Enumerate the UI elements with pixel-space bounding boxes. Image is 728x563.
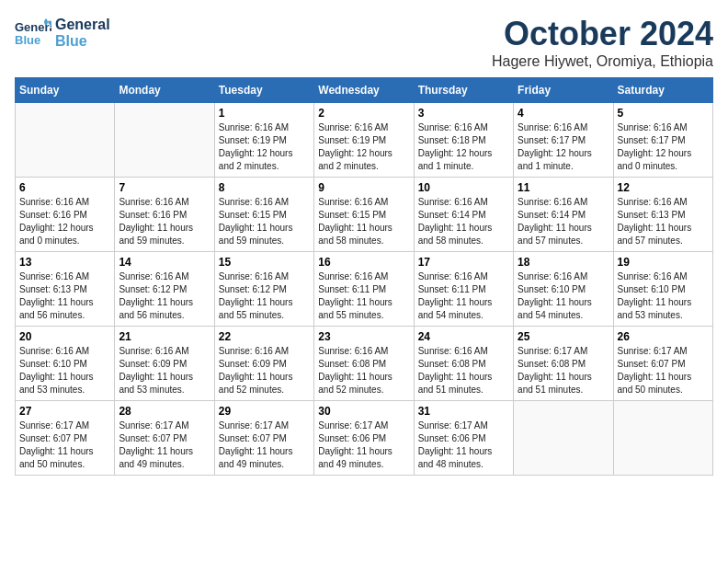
day-number: 7 [119, 181, 210, 194]
day-info: Sunrise: 6:16 AM Sunset: 6:19 PM Dayligh… [318, 121, 409, 173]
logo-icon: General Blue [15, 15, 51, 52]
day-info: Sunrise: 6:16 AM Sunset: 6:14 PM Dayligh… [518, 196, 609, 247]
calendar-cell: 9Sunrise: 6:16 AM Sunset: 6:15 PM Daylig… [314, 178, 414, 252]
calendar-table: SundayMondayTuesdayWednesdayThursdayFrid… [15, 77, 713, 476]
calendar-cell: 22Sunrise: 6:16 AM Sunset: 6:09 PM Dayli… [214, 327, 313, 401]
day-info: Sunrise: 6:16 AM Sunset: 6:13 PM Dayligh… [618, 196, 709, 247]
logo-blue: Blue [55, 33, 110, 50]
calendar-cell: 24Sunrise: 6:16 AM Sunset: 6:08 PM Dayli… [414, 327, 513, 401]
day-number: 10 [418, 181, 509, 194]
day-info: Sunrise: 6:16 AM Sunset: 6:16 PM Dayligh… [19, 196, 110, 247]
day-info: Sunrise: 6:16 AM Sunset: 6:10 PM Dayligh… [19, 345, 110, 396]
day-info: Sunrise: 6:17 AM Sunset: 6:06 PM Dayligh… [318, 419, 409, 471]
calendar-cell: 20Sunrise: 6:16 AM Sunset: 6:10 PM Dayli… [16, 327, 115, 401]
day-number: 20 [19, 330, 110, 343]
day-info: Sunrise: 6:16 AM Sunset: 6:14 PM Dayligh… [418, 196, 509, 247]
day-number: 30 [318, 405, 409, 418]
calendar-week-row: 27Sunrise: 6:17 AM Sunset: 6:07 PM Dayli… [16, 401, 713, 476]
day-info: Sunrise: 6:16 AM Sunset: 6:10 PM Dayligh… [518, 270, 609, 322]
calendar-cell: 5Sunrise: 6:16 AM Sunset: 6:17 PM Daylig… [613, 103, 712, 178]
day-number: 21 [119, 330, 210, 343]
day-number: 18 [518, 256, 609, 269]
calendar-cell: 30Sunrise: 6:17 AM Sunset: 6:06 PM Dayli… [314, 401, 414, 476]
calendar-cell: 15Sunrise: 6:16 AM Sunset: 6:12 PM Dayli… [214, 252, 313, 327]
day-number: 15 [219, 256, 310, 269]
day-info: Sunrise: 6:16 AM Sunset: 6:18 PM Dayligh… [418, 121, 509, 173]
location-subtitle: Hagere Hiywet, Oromiya, Ethiopia [492, 53, 713, 70]
day-info: Sunrise: 6:16 AM Sunset: 6:11 PM Dayligh… [318, 270, 409, 322]
day-number: 8 [219, 181, 310, 194]
day-info: Sunrise: 6:16 AM Sunset: 6:09 PM Dayligh… [119, 345, 210, 396]
day-info: Sunrise: 6:16 AM Sunset: 6:15 PM Dayligh… [318, 196, 409, 247]
weekday-header-saturday: Saturday [613, 78, 712, 103]
day-number: 12 [618, 181, 709, 194]
day-info: Sunrise: 6:16 AM Sunset: 6:12 PM Dayligh… [219, 270, 310, 322]
day-number: 26 [618, 330, 709, 343]
weekday-header-tuesday: Tuesday [214, 78, 313, 103]
month-title: October 2024 [492, 15, 713, 53]
day-number: 19 [618, 256, 709, 269]
day-number: 24 [418, 330, 509, 343]
day-info: Sunrise: 6:16 AM Sunset: 6:13 PM Dayligh… [19, 270, 110, 322]
day-number: 6 [19, 181, 110, 194]
day-number: 11 [518, 181, 609, 194]
day-info: Sunrise: 6:16 AM Sunset: 6:16 PM Dayligh… [119, 196, 210, 247]
calendar-cell: 23Sunrise: 6:16 AM Sunset: 6:08 PM Dayli… [314, 327, 414, 401]
day-number: 3 [418, 107, 509, 120]
day-info: Sunrise: 6:17 AM Sunset: 6:08 PM Dayligh… [518, 345, 609, 396]
calendar-week-row: 20Sunrise: 6:16 AM Sunset: 6:10 PM Dayli… [16, 327, 713, 401]
day-info: Sunrise: 6:16 AM Sunset: 6:17 PM Dayligh… [518, 121, 609, 173]
day-info: Sunrise: 6:16 AM Sunset: 6:08 PM Dayligh… [318, 345, 409, 396]
logo-general: General [55, 17, 110, 33]
day-number: 4 [518, 107, 609, 120]
calendar-cell: 11Sunrise: 6:16 AM Sunset: 6:14 PM Dayli… [514, 178, 613, 252]
calendar-cell: 2Sunrise: 6:16 AM Sunset: 6:19 PM Daylig… [314, 103, 414, 178]
calendar-cell: 21Sunrise: 6:16 AM Sunset: 6:09 PM Dayli… [115, 327, 214, 401]
day-number: 25 [518, 330, 609, 343]
calendar-cell: 1Sunrise: 6:16 AM Sunset: 6:19 PM Daylig… [214, 103, 313, 178]
weekday-header-row: SundayMondayTuesdayWednesdayThursdayFrid… [16, 78, 713, 103]
weekday-header-wednesday: Wednesday [314, 78, 414, 103]
calendar-cell: 17Sunrise: 6:16 AM Sunset: 6:11 PM Dayli… [414, 252, 513, 327]
day-number: 31 [418, 405, 509, 418]
day-number: 29 [219, 405, 310, 418]
calendar-cell: 14Sunrise: 6:16 AM Sunset: 6:12 PM Dayli… [115, 252, 214, 327]
day-info: Sunrise: 6:16 AM Sunset: 6:19 PM Dayligh… [219, 121, 310, 173]
calendar-cell: 8Sunrise: 6:16 AM Sunset: 6:15 PM Daylig… [214, 178, 313, 252]
calendar-cell: 16Sunrise: 6:16 AM Sunset: 6:11 PM Dayli… [314, 252, 414, 327]
logo: General Blue General Blue [15, 15, 110, 52]
calendar-cell: 19Sunrise: 6:16 AM Sunset: 6:10 PM Dayli… [613, 252, 712, 327]
calendar-cell [115, 103, 214, 178]
calendar-week-row: 6Sunrise: 6:16 AM Sunset: 6:16 PM Daylig… [16, 178, 713, 252]
weekday-header-friday: Friday [514, 78, 613, 103]
calendar-cell: 26Sunrise: 6:17 AM Sunset: 6:07 PM Dayli… [613, 327, 712, 401]
day-number: 28 [119, 405, 210, 418]
weekday-header-thursday: Thursday [414, 78, 513, 103]
day-info: Sunrise: 6:17 AM Sunset: 6:07 PM Dayligh… [219, 419, 310, 471]
day-info: Sunrise: 6:16 AM Sunset: 6:11 PM Dayligh… [418, 270, 509, 322]
day-info: Sunrise: 6:17 AM Sunset: 6:07 PM Dayligh… [618, 345, 709, 396]
day-number: 1 [219, 107, 310, 120]
day-info: Sunrise: 6:16 AM Sunset: 6:09 PM Dayligh… [219, 345, 310, 396]
day-info: Sunrise: 6:17 AM Sunset: 6:06 PM Dayligh… [418, 419, 509, 471]
calendar-cell: 18Sunrise: 6:16 AM Sunset: 6:10 PM Dayli… [514, 252, 613, 327]
day-info: Sunrise: 6:17 AM Sunset: 6:07 PM Dayligh… [119, 419, 210, 471]
svg-text:Blue: Blue [15, 33, 40, 47]
calendar-cell: 31Sunrise: 6:17 AM Sunset: 6:06 PM Dayli… [414, 401, 513, 476]
day-number: 2 [318, 107, 409, 120]
day-number: 22 [219, 330, 310, 343]
day-number: 27 [19, 405, 110, 418]
day-info: Sunrise: 6:16 AM Sunset: 6:17 PM Dayligh… [618, 121, 709, 173]
day-info: Sunrise: 6:16 AM Sunset: 6:10 PM Dayligh… [618, 270, 709, 322]
weekday-header-monday: Monday [115, 78, 214, 103]
calendar-cell: 27Sunrise: 6:17 AM Sunset: 6:07 PM Dayli… [16, 401, 115, 476]
calendar-cell: 29Sunrise: 6:17 AM Sunset: 6:07 PM Dayli… [214, 401, 313, 476]
day-number: 9 [318, 181, 409, 194]
calendar-cell: 4Sunrise: 6:16 AM Sunset: 6:17 PM Daylig… [514, 103, 613, 178]
day-info: Sunrise: 6:16 AM Sunset: 6:12 PM Dayligh… [119, 270, 210, 322]
day-info: Sunrise: 6:16 AM Sunset: 6:08 PM Dayligh… [418, 345, 509, 396]
day-info: Sunrise: 6:16 AM Sunset: 6:15 PM Dayligh… [219, 196, 310, 247]
calendar-cell: 13Sunrise: 6:16 AM Sunset: 6:13 PM Dayli… [16, 252, 115, 327]
calendar-cell: 7Sunrise: 6:16 AM Sunset: 6:16 PM Daylig… [115, 178, 214, 252]
calendar-cell: 12Sunrise: 6:16 AM Sunset: 6:13 PM Dayli… [613, 178, 712, 252]
